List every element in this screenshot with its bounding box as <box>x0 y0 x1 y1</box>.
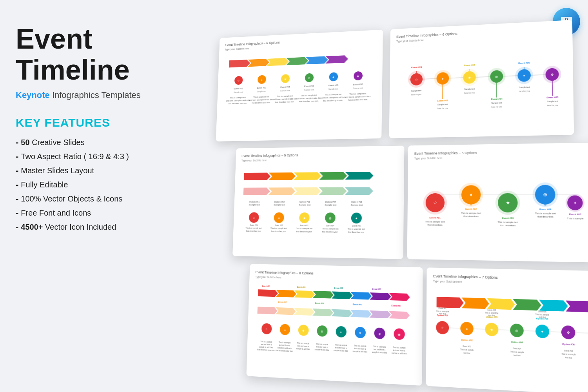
svg-text:Event #02: Event #02 <box>437 99 448 102</box>
svg-text:text that: text that <box>514 354 521 357</box>
svg-text:Option #03: Option #03 <box>299 201 310 203</box>
svg-text:Event #08: Event #08 <box>392 305 401 307</box>
svg-marker-7 <box>267 58 289 66</box>
svg-text:that describes: that describes <box>463 215 479 218</box>
svg-text:★: ★ <box>490 328 494 332</box>
svg-marker-176 <box>276 290 296 297</box>
svg-text:♦: ♦ <box>284 328 286 332</box>
svg-text:text that: text that <box>439 313 446 315</box>
svg-text:text and have a: text and have a <box>316 346 328 348</box>
svg-marker-175 <box>258 289 278 297</box>
svg-marker-178 <box>313 291 334 299</box>
svg-text:here for you: here for you <box>411 94 422 96</box>
svg-text:⊕: ⊕ <box>515 328 519 333</box>
svg-text:and have a sample to add data: and have a sample to add data <box>249 98 274 101</box>
slides-showcase: Event Timeline Infographics – 6 Options … <box>207 18 588 392</box>
svg-text:This is sample text: This is sample text <box>461 212 481 214</box>
svg-text:Event #03: Event #03 <box>300 225 308 227</box>
svg-text:here for you: here for you <box>464 92 475 94</box>
svg-text:that describes your own.: that describes your own. <box>275 101 294 103</box>
svg-marker-97 <box>269 172 296 180</box>
svg-text:⊕: ⊕ <box>308 76 310 80</box>
svg-text:Sample text: Sample text <box>519 86 530 89</box>
slide-card-1: Event Timeline Infographics – 6 Options … <box>216 30 383 142</box>
svg-text:and have a sample to add data: and have a sample to add data <box>296 97 321 100</box>
svg-text:Sample text: Sample text <box>328 88 338 90</box>
svg-text:Sample text: Sample text <box>464 88 475 90</box>
svg-marker-179 <box>332 291 353 299</box>
svg-text:sample to add data: sample to add data <box>296 348 310 350</box>
svg-text:Event #06: Event #06 <box>546 96 558 99</box>
svg-text:text that: text that <box>565 356 573 359</box>
svg-text:Sample text: Sample text <box>299 203 311 206</box>
svg-text:☆: ☆ <box>441 326 444 330</box>
svg-text:text and have a: text and have a <box>279 344 290 347</box>
svg-text:that describes: that describes <box>500 224 516 227</box>
svg-marker-9 <box>306 56 328 64</box>
svg-text:sample to add data: sample to add data <box>315 348 329 351</box>
svg-point-172 <box>470 203 472 205</box>
svg-text:Event #02: Event #02 <box>463 345 471 348</box>
svg-text:★: ★ <box>303 216 306 220</box>
svg-text:⊕: ⊕ <box>543 192 547 197</box>
svg-text:⊕: ⊕ <box>321 330 323 334</box>
svg-text:This is a sample text: This is a sample text <box>348 228 365 230</box>
svg-text:Event #01: Event #01 <box>411 66 422 69</box>
svg-text:and have a sample to add data: and have a sample to add data <box>273 98 298 101</box>
svg-text:Event #04: Event #04 <box>326 225 334 227</box>
svg-text:Sample text: Sample text <box>353 87 363 89</box>
svg-text:This is a sample text: This is a sample text <box>301 94 318 96</box>
svg-marker-191 <box>257 307 277 314</box>
svg-text:❖: ❖ <box>359 331 361 335</box>
svg-text:Event #03: Event #03 <box>487 309 496 311</box>
svg-text:here for you: here for you <box>437 107 448 110</box>
svg-text:✦: ✦ <box>340 330 343 334</box>
svg-marker-102 <box>268 187 295 195</box>
svg-marker-193 <box>294 308 315 316</box>
svg-marker-242 <box>462 298 489 309</box>
svg-marker-99 <box>319 172 347 180</box>
svg-text:☆: ☆ <box>415 78 418 82</box>
svg-marker-195 <box>331 309 352 317</box>
svg-marker-194 <box>312 309 333 316</box>
list-item: - 4500+ Vector Icon Included <box>16 222 180 232</box>
slide-6-svg: ☆ ♦ ★ ⊕ ✦ ❖ ◉ Option #01 <box>432 287 588 386</box>
slide-card-3: Event Timeline Infographics – 5 Options … <box>232 146 404 259</box>
svg-text:❖: ❖ <box>550 73 554 77</box>
svg-text:Event #01: Event #01 <box>430 216 441 219</box>
svg-text:Event #04: Event #04 <box>513 347 522 350</box>
slide-card-5: Event Timeline Infographics – 8 Options … <box>246 264 423 386</box>
svg-marker-5 <box>229 60 250 68</box>
svg-text:❖: ❖ <box>357 74 359 78</box>
svg-text:Sample text: Sample text <box>304 89 314 91</box>
svg-text:Event #03: Event #03 <box>502 217 514 220</box>
svg-text:text and have a: text and have a <box>335 347 347 349</box>
svg-text:Event #06: Event #06 <box>564 350 573 352</box>
slide-card-6: Event Timeline Infographics – 7 Options … <box>426 267 588 392</box>
svg-text:This is a sample text: This is a sample text <box>325 93 342 96</box>
svg-text:that describes your own.: that describes your own. <box>299 100 319 102</box>
svg-text:This is a sample: This is a sample <box>260 341 272 343</box>
svg-text:This is a sample: This is a sample <box>354 345 367 347</box>
svg-text:Event #03: Event #03 <box>464 64 475 67</box>
svg-text:❖: ❖ <box>566 330 570 335</box>
list-item: - Fully Editable <box>16 180 180 190</box>
svg-text:This is a sample: This is a sample <box>373 345 386 348</box>
svg-text:This is sample text: This is sample text <box>535 212 556 215</box>
svg-text:Event #04: Event #04 <box>304 85 314 87</box>
svg-text:Event #04: Event #04 <box>539 208 552 211</box>
svg-text:Event #05: Event #05 <box>352 225 361 227</box>
svg-text:This is a sample: This is a sample <box>393 347 406 349</box>
svg-marker-101 <box>243 187 270 195</box>
svg-text:This is a sample text: This is a sample text <box>349 93 367 95</box>
svg-text:and have a sample to add data: and have a sample to add data <box>345 96 370 98</box>
slide-3-title: Event Timeline Infographics – 5 Options <box>241 152 398 158</box>
svg-text:This is a sample: This is a sample <box>561 353 576 356</box>
svg-marker-246 <box>566 301 588 312</box>
svg-text:Event #01: Event #01 <box>250 224 258 226</box>
svg-text:Event #03: Event #03 <box>297 286 305 289</box>
svg-text:sample to add data: sample to add data <box>353 350 368 353</box>
svg-text:Event #06: Event #06 <box>353 303 362 306</box>
svg-text:and have a sample to add data: and have a sample to add data <box>226 99 250 102</box>
left-panel: Event Timeline Keynote Infographics Temp… <box>16 24 180 236</box>
